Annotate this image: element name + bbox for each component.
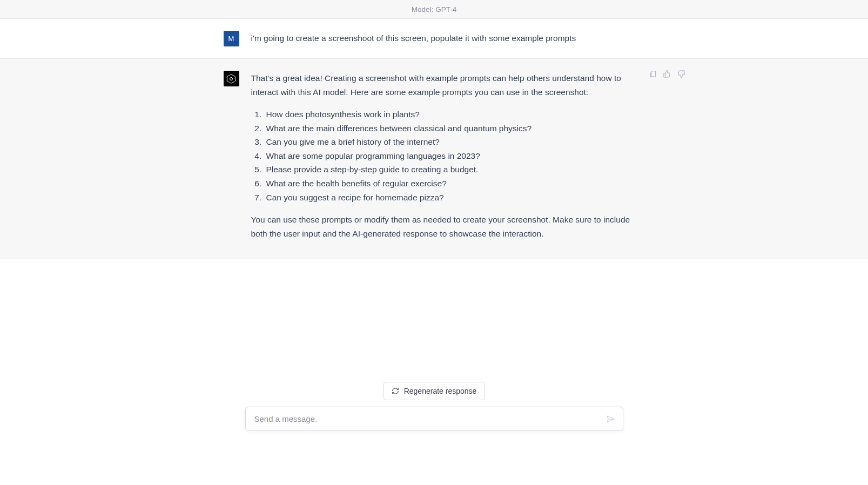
user-avatar-letter: M bbox=[228, 35, 234, 43]
list-item: Please provide a step-by-step guide to c… bbox=[264, 163, 645, 177]
example-prompts-list: How does photosynthesis work in plants? … bbox=[251, 107, 645, 204]
clipboard-icon bbox=[649, 70, 657, 78]
thumbs-down-button[interactable] bbox=[677, 70, 685, 78]
svg-point-0 bbox=[230, 77, 233, 80]
message-actions bbox=[649, 70, 685, 78]
assistant-outro-text: You can use these prompts or modify them… bbox=[251, 213, 645, 240]
thumbs-down-icon bbox=[677, 70, 685, 78]
list-item: What are some popular programming langua… bbox=[264, 149, 645, 163]
regenerate-button[interactable]: Regenerate response bbox=[383, 382, 485, 400]
user-message-text: i'm going to create a screenshoot of thi… bbox=[251, 31, 645, 45]
send-button[interactable] bbox=[606, 414, 615, 423]
thumbs-up-icon bbox=[663, 70, 671, 78]
message-input-wrapper[interactable] bbox=[245, 407, 623, 431]
list-item: Can you suggest a recipe for homemade pi… bbox=[264, 191, 645, 205]
user-message-content: i'm going to create a screenshoot of thi… bbox=[251, 31, 645, 46]
regenerate-label: Regenerate response bbox=[404, 387, 477, 395]
thumbs-up-button[interactable] bbox=[663, 70, 671, 78]
send-icon bbox=[606, 414, 615, 423]
model-header: Model: GPT-4 bbox=[0, 0, 868, 19]
assistant-message-row: That's a great idea! Creating a screensh… bbox=[0, 59, 868, 259]
list-item: What are the health benefits of regular … bbox=[264, 177, 645, 191]
assistant-avatar bbox=[224, 71, 239, 86]
user-message-row: M i'm going to create a screenshoot of t… bbox=[0, 19, 868, 59]
user-avatar: M bbox=[224, 31, 239, 46]
message-input[interactable] bbox=[254, 414, 597, 423]
bottom-input-area: Regenerate response bbox=[0, 382, 868, 485]
openai-logo-icon bbox=[226, 73, 237, 84]
assistant-message-content: That's a great idea! Creating a screensh… bbox=[251, 71, 645, 240]
list-item: Can you give me a brief history of the i… bbox=[264, 135, 645, 149]
list-item: How does photosynthesis work in plants? bbox=[264, 107, 645, 122]
copy-button[interactable] bbox=[649, 70, 657, 78]
assistant-intro-text: That's a great idea! Creating a screensh… bbox=[251, 71, 645, 99]
svg-rect-1 bbox=[651, 71, 655, 77]
list-item: What are the main differences between cl… bbox=[264, 122, 645, 136]
model-label: Model: GPT-4 bbox=[412, 5, 456, 14]
refresh-icon bbox=[392, 387, 399, 395]
